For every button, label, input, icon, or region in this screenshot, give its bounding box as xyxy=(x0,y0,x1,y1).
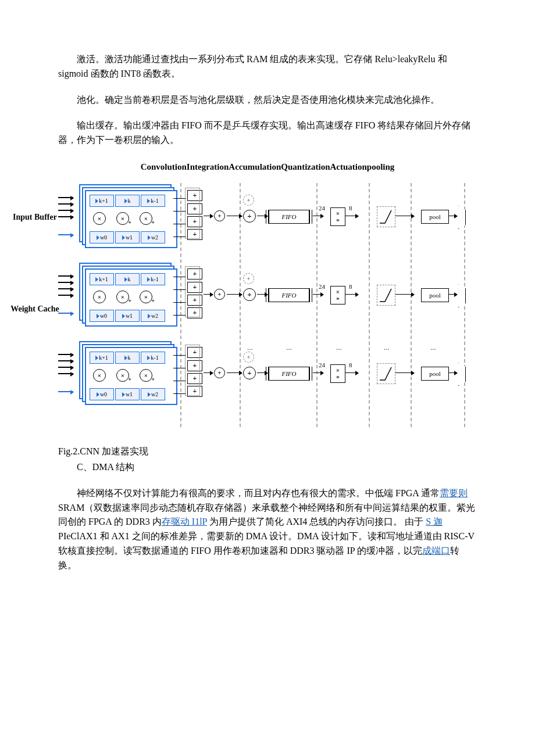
reg-cell: k+1 xyxy=(90,195,114,207)
bits-out-label: 8 xyxy=(349,203,352,213)
link-driver-ip[interactable]: 存驱动 I1lP xyxy=(162,517,207,526)
multiply-add-icon: × xyxy=(116,212,129,225)
input-arrows xyxy=(58,194,77,240)
activation-block xyxy=(377,206,395,227)
weight-cell: w2 xyxy=(141,231,165,243)
multiply-icon: × xyxy=(93,212,106,225)
paragraph-output-cache: 输出缓存。输出缓冲器由 FIFO 而不是乒乓缓存实现。输出高速缓存 FIFO 将… xyxy=(58,119,477,148)
link-chengduankou[interactable]: 成端口 xyxy=(422,546,450,556)
multiply-add-icon: × xyxy=(140,212,152,225)
paragraph-dma: 神经网络不仅对计算能力有很高的要求，而且对内存也有很大的需求。中低端 FPGA … xyxy=(58,486,477,573)
output-mux-icon xyxy=(458,206,466,229)
link-sjia[interactable]: S 迦 xyxy=(426,517,443,526)
pipeline-lane: k+1kk-1 ××× w0w1w2 ++++ + ++ FIFO 24 ×» … xyxy=(58,261,477,331)
pipeline-lane: k+1 k k-1 × × × w0 w1 w2 xyxy=(58,183,477,253)
adder-stack: + + + + xyxy=(187,190,205,240)
link-xuyao[interactable]: 需要则 xyxy=(440,488,468,498)
pool-block: pool xyxy=(421,210,449,224)
accumulator-icon: + xyxy=(243,210,256,223)
figure-caption: Fig.2.CNN 加速器实现 xyxy=(58,445,477,459)
figure-heading: ConvolutionIntegrationAccumulationQuanti… xyxy=(58,160,477,174)
reg-cell: k-1 xyxy=(141,195,165,207)
fifo-block: FIFO xyxy=(269,210,309,224)
weight-cell: w0 xyxy=(90,231,114,243)
paragraph-pooling: 池化。确定当前卷积层是否与池化层级联，然后决定是否使用池化模块来完成池化操作。 xyxy=(58,93,477,108)
reg-cell: k xyxy=(115,195,140,207)
text-run: PIeClAX1 和 AX1 之间的标准差异，需要新的 DMA 设计。DMA 设… xyxy=(58,531,475,556)
weight-cell: w1 xyxy=(115,231,140,243)
side-label-weight-cache: Weight Cache xyxy=(9,303,61,316)
bits-in-label: 24 xyxy=(319,203,325,213)
paragraph-activation: 激活。激活功能通过查找由一系列分布式 RAM 组成的表来实现。它存储 Relu>… xyxy=(58,52,477,81)
adder-circle-icon: + xyxy=(214,210,225,221)
figure-subcaption: C、DMA 结构 xyxy=(58,460,477,475)
convolution-block: k+1 k k-1 × × × w0 w1 w2 xyxy=(79,184,169,242)
pipeline-lane: k+1kk-1 ××× w0w1w2 ++++ + ++ FIFO 24 ×» … xyxy=(58,340,477,410)
side-label-input-buffer: Input Buffer xyxy=(9,211,61,224)
quantize-block: × » xyxy=(330,207,345,226)
text-run: 神经网络不仅对计算能力有很高的要求，而且对内存也有很大的需求。中低端 FPGA … xyxy=(77,488,440,498)
cnn-pipeline-diagram: Input Buffer Weight Cache k+1 k k-1 × × xyxy=(58,183,477,427)
feedback-adder-icon: + xyxy=(243,195,254,206)
text-run: 为用户提供了简化 AXI4 总线的内存访问接口。 由于 xyxy=(207,517,426,526)
